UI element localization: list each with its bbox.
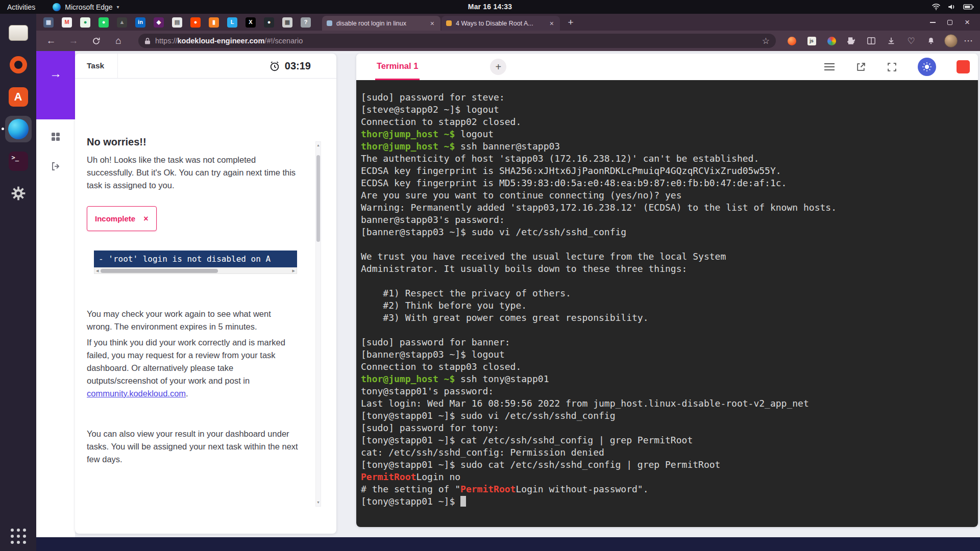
favorite-star-icon[interactable]: ☆ [762,36,770,46]
pinned-tab-3[interactable]: ● [76,14,94,31]
maximize-button[interactable] [944,17,955,28]
new-tab-button[interactable]: + [563,15,578,30]
task-body: No worries!! Uh oh! Looks like the task … [87,79,298,466]
profile-avatar[interactable] [944,34,958,47]
tab-strip: ▦M●●▲in◆▤●▮LX●▦? disable root login in l… [36,14,980,31]
sun-icon [922,62,932,72]
pinned-tab-2[interactable]: M [58,14,76,31]
pinned-tab-favicon: ▲ [117,17,127,28]
minimize-button[interactable] [927,17,938,28]
pinned-tab-15[interactable]: ? [297,14,315,31]
scroll-down-icon[interactable]: ▼ [316,499,320,506]
badge-close-icon[interactable]: × [143,212,148,225]
task-message-1: Uh oh! Looks like the task was not compl… [87,154,298,192]
focused-app-name: Microsoft Edge [65,3,112,11]
files-icon [9,25,28,41]
terminal-line [361,324,973,336]
stop-button[interactable] [957,60,970,73]
scroll-up-icon[interactable]: ▲ [316,142,320,149]
pinned-tab-5[interactable]: ▲ [113,14,131,31]
task-vscrollbar[interactable]: ▲ ▼ [315,141,321,507]
extensions-area: js ♡ [785,34,958,47]
extension-orange-icon[interactable] [785,34,798,47]
extension-color-icon[interactable] [825,34,838,47]
pinned-tab-7[interactable]: ◆ [150,14,168,31]
new-terminal-button[interactable]: + [490,59,506,75]
address-bar[interactable]: https://kodekloud-engineer.com/#!/scenar… [138,34,776,48]
terminal-line: Connection to stapp02 closed. [361,116,973,128]
alarm-clock-icon [269,61,280,72]
dock-item-files[interactable] [5,19,32,46]
extensions-puzzle-button[interactable] [845,34,858,47]
browser-toolbar: ← → ⌂ https://kodekloud-engineer.com/#!/… [36,31,980,51]
bell-icon [926,36,936,45]
task-message-3: If you think you did your work correctly… [87,336,298,400]
system-status-area[interactable] [932,0,974,14]
pinned-tab-10[interactable]: ▮ [205,14,223,31]
status-badge: Incomplete × [87,206,157,231]
browser-tab-2[interactable]: 4 Ways to Disable Root A...× [442,16,560,31]
clock-button[interactable]: Mar 16 14:33 [468,0,512,14]
fullscreen-button[interactable] [887,62,897,72]
brightness-button[interactable] [918,58,936,76]
dock-item-ubuntu-software[interactable]: A [5,84,32,110]
scroll-right-icon[interactable]: ▶ [291,264,297,277]
signout-button[interactable] [45,156,66,177]
activities-button[interactable]: Activities [7,3,35,11]
signout-icon [51,161,61,171]
tab-close-icon[interactable]: × [548,19,555,28]
pinned-tab-12[interactable]: X [241,14,260,31]
refresh-button[interactable] [87,32,105,49]
js-extension-logo: js [807,37,816,45]
dock-item-terminal[interactable]: >_ [5,148,32,174]
terminal-app-icon: >_ [9,152,28,171]
terminal-header: Terminal 1 + [356,54,978,80]
focused-app-menu[interactable]: Microsoft Edge ▾ [53,3,119,11]
extension-js-icon[interactable]: js [805,34,818,47]
close-button[interactable]: × [962,17,973,28]
terminal-output[interactable]: [sudo] password for steve: [steve@stapp0… [356,80,978,527]
open-in-new-button[interactable] [855,62,866,72]
downloads-button[interactable] [885,34,898,47]
collections-heart-icon[interactable]: ♡ [904,34,918,47]
dashboard-button[interactable] [45,127,66,147]
show-applications-button[interactable] [0,529,36,544]
tab-close-icon[interactable]: × [429,19,436,28]
edge-logo-icon [53,3,61,11]
terminal-menu-button[interactable] [824,63,835,71]
terminal-line: tony@stapp01's password: [361,385,973,397]
vscroll-thumb[interactable] [316,155,320,242]
community-link[interactable]: community.kodekloud.com [87,389,186,398]
dock-item-edge[interactable] [5,116,32,142]
split-screen-button[interactable] [865,34,878,47]
open-in-new-icon [855,62,866,72]
pinned-tab-1[interactable]: ▦ [39,14,58,31]
pinned-tab-11[interactable]: L [223,14,241,31]
terminal-line: #3) With great power comes great respons… [361,312,973,324]
home-button[interactable]: ⌂ [110,32,127,49]
browser-tab-1[interactable]: disable root login in linux× [322,16,440,31]
tab-task[interactable]: Task [75,54,118,79]
hscroll-thumb[interactable] [101,269,218,273]
running-indicator [2,128,4,130]
pinned-tab-8[interactable]: ▤ [168,14,186,31]
pinned-tab-13[interactable]: ● [260,14,278,31]
error-box-hscrollbar[interactable]: ◀ ▶ [94,267,297,274]
back-button[interactable]: ← [42,32,60,49]
pinned-tab-6[interactable]: in [131,14,150,31]
screen: Activities Microsoft Edge ▾ Mar 16 14:33… [0,0,980,551]
scroll-left-icon[interactable]: ◀ [94,264,100,277]
pinned-tab-9[interactable]: ● [186,14,205,31]
pinned-tab-4[interactable]: ● [94,14,113,31]
task-message-3-text: If you think you did your work correctly… [87,338,285,385]
forward-button[interactable]: → [65,32,82,49]
expand-panel-button[interactable]: → [45,63,66,84]
terminal-line: [sudo] password for banner: [361,336,973,348]
browser-menu-button[interactable]: ⋯ [964,35,973,46]
terminal-line: [banner@stapp03 ~]$ logout [361,348,973,361]
dock-item-settings[interactable] [5,180,32,207]
dock-item-recorder[interactable] [5,52,32,78]
notifications-button[interactable] [924,34,938,47]
pinned-tab-14[interactable]: ▦ [278,14,297,31]
tab-terminal-1[interactable]: Terminal 1 [375,54,420,80]
